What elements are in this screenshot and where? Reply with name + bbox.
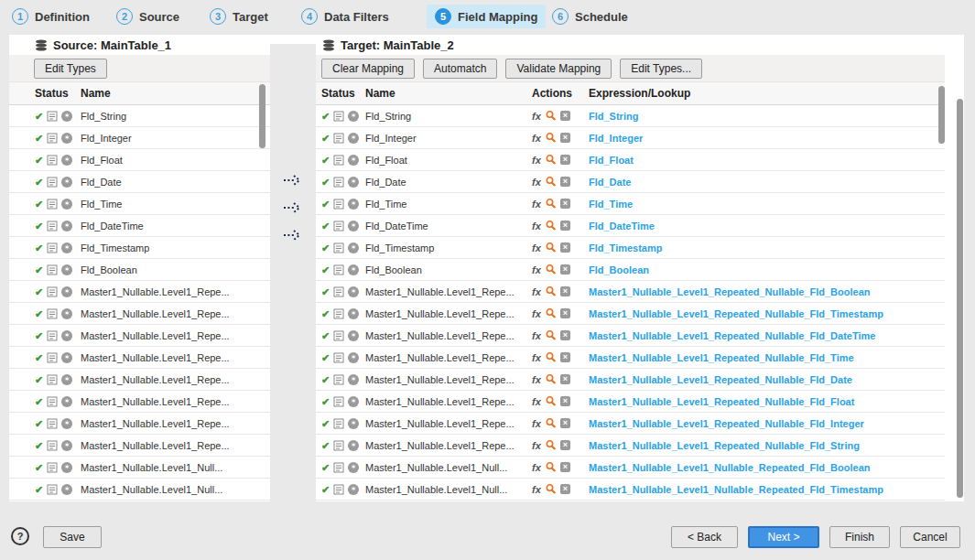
source-scrollbar[interactable] (259, 84, 265, 148)
edit-types-button[interactable]: Edit Types (34, 59, 107, 79)
source-field-row[interactable]: ✔ ✶ Fld_Time (9, 193, 270, 215)
expression-fx-icon[interactable]: fx (532, 199, 541, 210)
source-field-row[interactable]: ✔ ✶ Master1_Nullable.Level1_Null... (9, 479, 270, 501)
expression-link[interactable]: Fld_Boolean (589, 264, 945, 275)
target-field-row[interactable]: ✔ ✶ Fld_Float fx × Fld_Float (316, 149, 945, 171)
source-field-row[interactable]: ✔ ✶ Fld_String (9, 105, 270, 127)
lookup-icon[interactable] (545, 285, 557, 297)
wizard-step[interactable]: 6 Schedule (544, 5, 636, 28)
clear-mapping-icon[interactable]: × (560, 330, 570, 340)
expression-fx-icon[interactable]: fx (532, 352, 541, 363)
cancel-button[interactable]: Cancel (900, 526, 960, 548)
source-field-row[interactable]: ✔ ✶ Master1_Nullable.Level1_Repe... (9, 413, 270, 435)
source-field-row[interactable]: ✔ ✶ Fld_Timestamp (9, 237, 270, 259)
clear-mapping-icon[interactable]: × (560, 308, 570, 318)
expression-link[interactable]: Master1_Nullable_Level1_Repeated_Nullabl… (589, 308, 945, 319)
clear-mapping-icon[interactable]: × (560, 418, 570, 428)
source-field-row[interactable]: ✔ ✶ Master1_Nullable.Level1_Repe... (9, 391, 270, 413)
wizard-step[interactable]: 3 Target (201, 5, 276, 28)
wizard-step[interactable]: 4 Data Filters (293, 5, 397, 28)
target-field-row[interactable]: ✔ ✶ Fld_String fx × Fld_String (316, 105, 945, 127)
lookup-icon[interactable] (545, 176, 557, 188)
clear-mapping-icon[interactable]: × (560, 264, 570, 275)
expression-fx-icon[interactable]: fx (532, 396, 541, 407)
clear-mapping-icon[interactable]: × (560, 286, 570, 296)
wizard-step[interactable]: 1 Definition (4, 5, 98, 28)
target-field-row[interactable]: ✔ ✶ Master1_Nullable.Level1_Null... fx ×… (316, 457, 945, 479)
expression-link[interactable]: Fld_String (589, 111, 945, 122)
lookup-icon[interactable] (545, 329, 557, 341)
save-button[interactable]: Save (43, 526, 102, 548)
expression-fx-icon[interactable]: fx (532, 133, 541, 144)
clear-mapping-icon[interactable]: × (560, 396, 570, 406)
expression-fx-icon[interactable]: fx (532, 330, 541, 341)
help-icon[interactable]: ? (11, 527, 29, 545)
wizard-step[interactable]: 5 Field Mapping (427, 5, 546, 28)
expression-fx-icon[interactable]: fx (532, 484, 541, 495)
expression-link[interactable]: Fld_Float (589, 155, 945, 166)
lookup-icon[interactable] (545, 395, 557, 407)
lookup-icon[interactable] (545, 198, 557, 210)
target-field-row[interactable]: ✔ ✶ Master1_Nullable.Level1_Repe... fx ×… (316, 303, 945, 325)
target-field-row[interactable]: ✔ ✶ Fld_Timestamp fx × Fld_Timestamp (316, 237, 945, 259)
source-field-row[interactable]: ✔ ✶ Fld_Date (9, 171, 270, 193)
wizard-step[interactable]: 2 Source (108, 5, 188, 28)
lookup-icon[interactable] (545, 110, 557, 122)
expression-fx-icon[interactable]: fx (532, 264, 541, 275)
expression-link[interactable]: Fld_Timestamp (589, 242, 945, 253)
lookup-icon[interactable] (545, 417, 557, 429)
expression-fx-icon[interactable]: fx (532, 462, 541, 473)
lookup-icon[interactable] (545, 307, 557, 319)
source-field-row[interactable]: ✔ ✶ Fld_Integer (9, 127, 270, 149)
clear-mapping-icon[interactable]: × (560, 462, 570, 472)
clear-mapping-button[interactable]: Clear Mapping (321, 59, 415, 79)
expression-fx-icon[interactable]: fx (532, 177, 541, 188)
target-field-row[interactable]: ✔ ✶ Master1_Nullable.Level1_Repe... fx ×… (316, 325, 945, 347)
target-field-row[interactable]: ✔ ✶ Master1_Nullable.Level1_Repe... fx ×… (316, 281, 945, 303)
expression-fx-icon[interactable]: fx (532, 242, 541, 253)
clear-mapping-icon[interactable]: × (560, 221, 570, 231)
target-field-row[interactable]: ✔ ✶ Fld_Date fx × Fld_Date (316, 171, 945, 193)
expression-fx-icon[interactable]: fx (532, 308, 541, 319)
source-field-row[interactable]: ✔ ✶ Master1_Nullable.Level1_Repe... (9, 369, 270, 391)
lookup-icon[interactable] (545, 461, 557, 473)
source-field-row[interactable]: ✔ ✶ Master1_Nullable.Level1_Repe... (9, 325, 270, 347)
target-scrollbar[interactable] (938, 86, 945, 144)
target-field-row[interactable]: ✔ ✶ Master1_Nullable.Level1_Repe... fx ×… (316, 391, 945, 413)
page-scrollbar[interactable] (957, 99, 963, 498)
expression-link[interactable]: Master1_Nullable_Level1_Repeated_Nullabl… (589, 352, 945, 363)
lookup-icon[interactable] (545, 242, 557, 253)
lookup-icon[interactable] (545, 154, 557, 166)
lookup-icon[interactable] (545, 132, 557, 144)
clear-mapping-icon[interactable]: × (560, 199, 570, 209)
clear-mapping-icon[interactable]: × (560, 484, 570, 494)
target-field-row[interactable]: ✔ ✶ Master1_Nullable.Level1_Repe... fx ×… (316, 435, 945, 457)
lookup-icon[interactable] (545, 483, 557, 495)
lookup-icon[interactable] (545, 220, 557, 232)
lookup-icon[interactable] (545, 264, 557, 275)
expression-link[interactable]: Fld_Time (589, 199, 945, 210)
source-field-row[interactable]: ✔ ✶ Master1_Nullable.Level1_Repe... (9, 303, 270, 325)
expression-link[interactable]: Master1_Nullable_Level1_Nullable_Repeate… (589, 462, 945, 473)
target-field-row[interactable]: ✔ ✶ Master1_Nullable.Level1_Repe... fx ×… (316, 347, 945, 369)
expression-link[interactable]: Fld_DateTime (589, 221, 945, 232)
target-field-row[interactable]: ✔ ✶ Master1_Nullable.Level1_Repe... fx ×… (316, 413, 945, 435)
clear-mapping-icon[interactable]: × (560, 111, 570, 121)
validate-mapping-button[interactable]: Validate Mapping (505, 59, 612, 79)
expression-fx-icon[interactable]: fx (532, 286, 541, 297)
expression-fx-icon[interactable]: fx (532, 418, 541, 429)
expression-fx-icon[interactable]: fx (532, 111, 541, 122)
source-field-row[interactable]: ✔ ✶ Master1_Nullable.Level1_Repe... (9, 435, 270, 457)
clear-mapping-icon[interactable]: × (560, 155, 570, 165)
expression-link[interactable]: Fld_Date (589, 177, 945, 188)
expression-fx-icon[interactable]: fx (532, 155, 541, 166)
expression-fx-icon[interactable]: fx (532, 221, 541, 232)
expression-link[interactable]: Master1_Nullable_Level1_Repeated_Nullabl… (589, 440, 945, 451)
source-field-row[interactable]: ✔ ✶ Master1_Nullable.Level1_Repe... (9, 347, 270, 369)
source-field-row[interactable]: ✔ ✶ Master1_Nullable.Level1_Null... (9, 457, 270, 479)
target-field-row[interactable]: ✔ ✶ Fld_Time fx × Fld_Time (316, 193, 945, 215)
lookup-icon[interactable] (545, 351, 557, 363)
lookup-icon[interactable] (545, 439, 557, 451)
source-field-row[interactable]: ✔ ✶ Fld_DateTime (9, 215, 270, 237)
expression-link[interactable]: Master1_Nullable_Level1_Repeated_Nullabl… (589, 286, 945, 297)
